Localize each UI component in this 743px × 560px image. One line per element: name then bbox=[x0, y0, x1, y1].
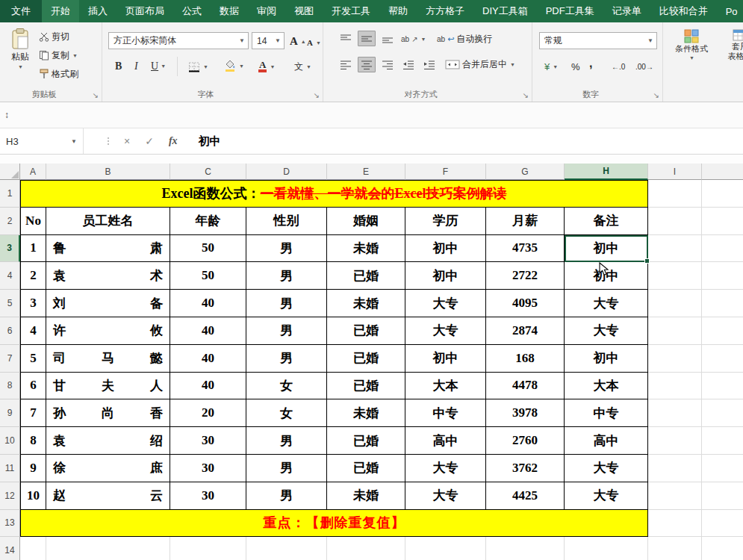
ribbon-tab-10[interactable]: 帮助 bbox=[379, 0, 417, 22]
cell-salary-row7[interactable]: 168 bbox=[486, 345, 565, 373]
cell-salary-row9[interactable]: 3978 bbox=[486, 399, 565, 427]
header-cell-1[interactable]: No bbox=[20, 208, 46, 235]
cell-age-row8[interactable]: 40 bbox=[170, 373, 246, 400]
cell-gender-row3[interactable]: 男 bbox=[246, 235, 327, 263]
cell-no-row4[interactable]: 2 bbox=[20, 262, 46, 290]
conditional-formatting-button[interactable]: 条件格式 ▼ bbox=[671, 29, 712, 63]
ribbon-tab-6[interactable]: 数据 bbox=[211, 0, 248, 22]
row-header-14[interactable]: 14 bbox=[0, 537, 20, 560]
empty-cell-row14-col5[interactable] bbox=[327, 537, 405, 560]
select-all-button[interactable] bbox=[0, 164, 20, 180]
cell-education-row7[interactable]: 初中 bbox=[405, 345, 486, 373]
enter-button[interactable]: ✓ bbox=[145, 135, 154, 147]
cell-no-row12[interactable]: 10 bbox=[20, 482, 46, 510]
cell-no-row9[interactable]: 7 bbox=[20, 399, 46, 427]
cell-salary-row10[interactable]: 2760 bbox=[486, 427, 565, 455]
empty-cell-row14-col1[interactable] bbox=[20, 537, 46, 560]
ribbon-tab-11[interactable]: 方方格子 bbox=[417, 0, 473, 22]
cell-age-row10[interactable]: 30 bbox=[170, 427, 246, 455]
underline-button[interactable]: U▼ bbox=[151, 59, 166, 74]
increase-font-size-button[interactable]: A▲ bbox=[290, 34, 306, 49]
align-left-button[interactable] bbox=[337, 57, 355, 72]
phonetic-guide-button[interactable]: 文 ▼ bbox=[294, 59, 311, 74]
header-cell-7[interactable]: 月薪 bbox=[486, 208, 565, 235]
cell-name-row3[interactable]: 鲁肃 bbox=[46, 235, 170, 263]
number-format-combo[interactable]: 常规 ▼ bbox=[539, 32, 657, 49]
cell-salary-row5[interactable]: 4095 bbox=[486, 290, 565, 317]
cell-age-row9[interactable]: 20 bbox=[170, 399, 246, 427]
font-name-combo[interactable]: 方正小标宋简体 ▼ bbox=[108, 32, 249, 49]
cell-age-row12[interactable]: 30 bbox=[170, 482, 246, 510]
cell-I9[interactable] bbox=[648, 399, 702, 427]
number-dialog-launcher-icon[interactable]: ↘ bbox=[653, 92, 659, 99]
cell-I11[interactable] bbox=[648, 455, 702, 482]
cell-marriage-row10[interactable]: 已婚 bbox=[327, 427, 405, 455]
column-header-G[interactable]: G bbox=[486, 164, 565, 180]
cell-marriage-row6[interactable]: 已婚 bbox=[327, 317, 405, 345]
cell-education-row4[interactable]: 初中 bbox=[405, 262, 486, 290]
cell-note-row8[interactable]: 大本 bbox=[565, 373, 648, 400]
cell-name-row5[interactable]: 刘备 bbox=[46, 290, 170, 317]
column-header-I[interactable]: I bbox=[648, 164, 702, 180]
cell-no-row6[interactable]: 4 bbox=[20, 317, 46, 345]
cell-note-row9[interactable]: 中专 bbox=[565, 399, 648, 427]
ribbon-tab-1[interactable]: 文件 bbox=[0, 0, 42, 22]
font-color-button[interactable]: A ▼ bbox=[258, 59, 275, 74]
header-cell-2[interactable]: 员工姓名 bbox=[46, 208, 170, 235]
formula-bar-value[interactable]: 初中 bbox=[199, 134, 221, 149]
font-size-combo[interactable]: 14 ▼ bbox=[252, 32, 285, 49]
align-top-button[interactable] bbox=[337, 31, 355, 46]
ribbon-tab-5[interactable]: 公式 bbox=[173, 0, 211, 22]
cell-marriage-row12[interactable]: 未婚 bbox=[327, 482, 405, 510]
row-header-5[interactable]: 5 bbox=[0, 290, 20, 317]
empty-cell-row14-col8[interactable] bbox=[565, 537, 648, 560]
cell-marriage-row9[interactable]: 未婚 bbox=[327, 399, 405, 427]
cell-marriage-row3[interactable]: 未婚 bbox=[327, 235, 405, 263]
header-cell-5[interactable]: 婚姻 bbox=[327, 208, 405, 235]
cell-name-row10[interactable]: 袁绍 bbox=[46, 427, 170, 455]
decrease-font-size-button[interactable]: A▼ bbox=[307, 35, 321, 50]
row-header-11[interactable]: 11 bbox=[0, 455, 20, 482]
cell-marriage-row8[interactable]: 已婚 bbox=[327, 373, 405, 400]
cell-note-row6[interactable]: 大专 bbox=[565, 317, 648, 345]
cell-gender-row10[interactable]: 男 bbox=[246, 427, 327, 455]
ribbon-tab-9[interactable]: 开发工具 bbox=[323, 0, 379, 22]
empty-cell-row14-col6[interactable] bbox=[405, 537, 486, 560]
cell-age-row3[interactable]: 50 bbox=[170, 235, 246, 263]
merge-center-button[interactable]: 合并后居中 ▼ bbox=[445, 57, 515, 72]
format-as-table-button[interactable]: 套用 表格格 bbox=[718, 29, 743, 60]
cell-salary-row8[interactable]: 4478 bbox=[486, 373, 565, 400]
cell-marriage-row4[interactable]: 已婚 bbox=[327, 262, 405, 290]
ribbon-tab-7[interactable]: 审阅 bbox=[248, 0, 285, 22]
empty-cell-row14-col4[interactable] bbox=[246, 537, 327, 560]
cell-I1[interactable] bbox=[648, 180, 702, 208]
selected-cell-H3[interactable]: 初中 bbox=[565, 235, 648, 263]
align-right-button[interactable] bbox=[379, 57, 397, 72]
cell-I4[interactable] bbox=[648, 262, 702, 290]
cell-note-row7[interactable]: 初中 bbox=[565, 345, 648, 373]
cell-I3[interactable] bbox=[648, 235, 702, 263]
cell-marriage-row5[interactable]: 未婚 bbox=[327, 290, 405, 317]
row-header-8[interactable]: 8 bbox=[0, 373, 20, 400]
percent-style-button[interactable]: % bbox=[571, 59, 580, 74]
align-center-button[interactable] bbox=[358, 57, 376, 72]
title-banner-cell[interactable]: Excel函数公式：一看就懂、一学就会的Excel技巧案例解读 bbox=[20, 180, 648, 208]
accounting-format-button[interactable]: ¥ ▼ bbox=[544, 59, 558, 74]
paste-button[interactable]: 粘贴 ▼ bbox=[3, 28, 37, 69]
cancel-button[interactable]: × bbox=[124, 135, 130, 147]
cell-no-row8[interactable]: 6 bbox=[20, 373, 46, 400]
cell-I12[interactable] bbox=[648, 482, 702, 510]
ribbon-tab-8[interactable]: 视图 bbox=[285, 0, 323, 22]
cell-name-row12[interactable]: 赵云 bbox=[46, 482, 170, 510]
ribbon-tab-2[interactable]: 开始 bbox=[42, 0, 79, 22]
formula-bar-resize-handle[interactable] bbox=[108, 137, 109, 145]
column-header-F[interactable]: F bbox=[405, 164, 486, 180]
row-header-12[interactable]: 12 bbox=[0, 482, 20, 510]
cell-name-row6[interactable]: 许攸 bbox=[46, 317, 170, 345]
cell-I10[interactable] bbox=[648, 427, 702, 455]
bold-button[interactable]: B bbox=[115, 59, 122, 74]
clipboard-dialog-launcher-icon[interactable]: ↘ bbox=[93, 92, 99, 99]
cell-salary-row4[interactable]: 2722 bbox=[486, 262, 565, 290]
name-box[interactable]: H3 ▼ bbox=[0, 128, 84, 154]
ribbon-tab-16[interactable]: Po bbox=[717, 0, 743, 22]
